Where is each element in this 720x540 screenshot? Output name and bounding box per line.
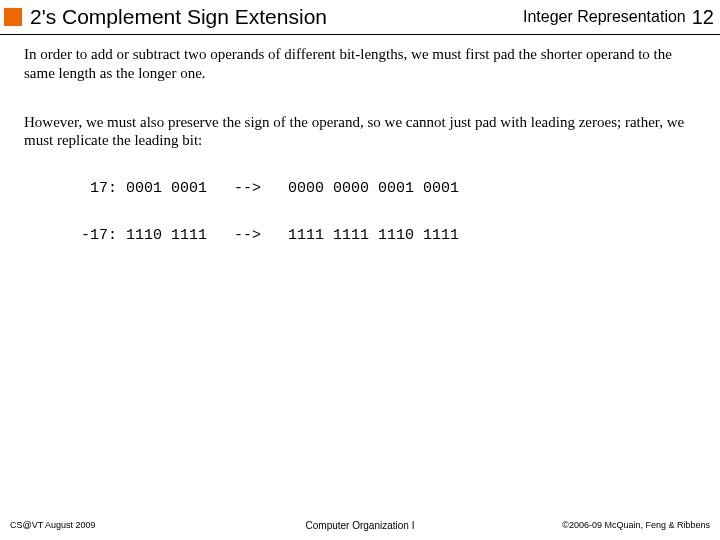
slide-body: In order to add or subtract two operands… — [0, 35, 720, 246]
example-line-2: -17: 1110 1111 --> 1111 1111 1110 1111 — [72, 227, 696, 246]
example-line-1: 17: 0001 0001 --> 0000 0000 0001 0001 — [72, 180, 696, 199]
paragraph-1: In order to add or subtract two operands… — [24, 45, 696, 83]
slide-title: 2's Complement Sign Extension — [30, 5, 523, 29]
section-label: Integer Representation — [523, 8, 686, 26]
paragraph-2: However, we must also preserve the sign … — [24, 113, 696, 151]
header-bullet-icon — [4, 8, 22, 26]
slide-header: 2's Complement Sign Extension Integer Re… — [0, 0, 720, 34]
slide-footer: CS@VT August 2009 Computer Organization … — [0, 516, 720, 534]
footer-left: CS@VT August 2009 — [10, 520, 243, 530]
footer-right: ©2006-09 McQuain, Feng & Ribbens — [477, 520, 710, 530]
page-number: 12 — [692, 6, 714, 29]
footer-center: Computer Organization I — [243, 520, 476, 531]
